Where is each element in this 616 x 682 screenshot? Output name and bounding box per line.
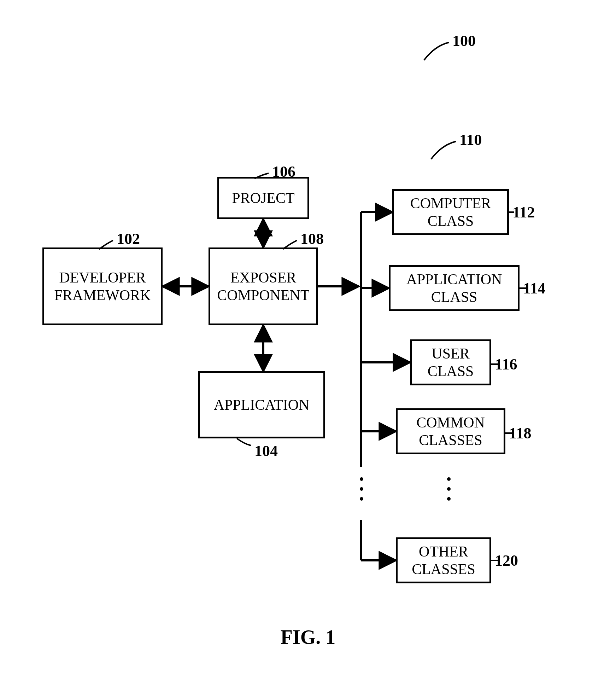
- ref-100: 100: [452, 32, 476, 50]
- box-developer-framework: DEVELOPER FRAMEWORK: [42, 247, 163, 325]
- box-exposer-component: EXPOSER COMPONENT: [209, 247, 318, 325]
- box-user-class: USER CLASS: [410, 339, 491, 385]
- diagram-canvas: 100 110 102 106 108 104 112 114 116 118 …: [0, 0, 616, 682]
- ref-114: 114: [523, 279, 546, 297]
- figure-caption: FIG. 1: [0, 626, 616, 648]
- ref-104: 104: [254, 442, 278, 460]
- box-application-class: APPLICATION CLASS: [389, 265, 520, 311]
- ref-102: 102: [117, 230, 140, 248]
- box-user-class-label: USER CLASS: [412, 345, 489, 380]
- ref-112: 112: [512, 203, 535, 221]
- ref-116: 116: [495, 355, 517, 373]
- box-developer-framework-label: DEVELOPER FRAMEWORK: [44, 269, 161, 304]
- box-project-label: PROJECT: [232, 189, 294, 207]
- box-other-classes-label: OTHER CLASSES: [398, 543, 489, 578]
- box-project: PROJECT: [217, 177, 309, 219]
- ref-110: 110: [459, 131, 482, 149]
- box-application-class-label: APPLICATION CLASS: [391, 270, 518, 306]
- box-application: APPLICATION: [198, 371, 325, 438]
- ref-118: 118: [509, 424, 532, 442]
- box-application-label: APPLICATION: [214, 396, 310, 414]
- box-common-classes: COMMON CLASSES: [396, 408, 505, 454]
- box-exposer-component-label: EXPOSER COMPONENT: [210, 269, 316, 304]
- box-common-classes-label: COMMON CLASSES: [398, 414, 504, 449]
- ref-120: 120: [495, 552, 518, 570]
- connector-overlay: [0, 0, 616, 682]
- ellipsis-left: [360, 477, 363, 501]
- box-computer-class: COMPUTER CLASS: [392, 189, 509, 235]
- box-other-classes: OTHER CLASSES: [396, 537, 491, 583]
- ellipsis-right: [447, 477, 451, 501]
- box-computer-class-label: COMPUTER CLASS: [394, 194, 507, 230]
- ref-108: 108: [300, 230, 324, 248]
